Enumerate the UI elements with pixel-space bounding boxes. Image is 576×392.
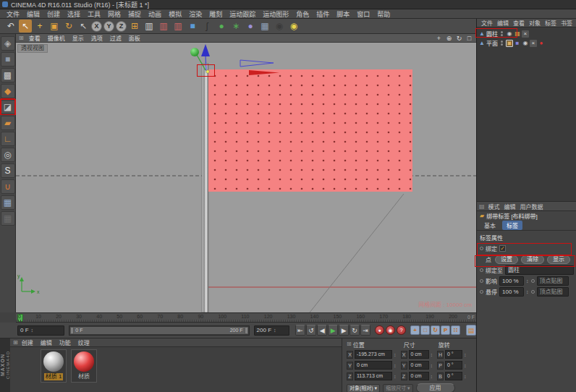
keyframe-dot[interactable] (480, 279, 483, 283)
camera-icon[interactable]: ◉ (273, 20, 286, 33)
material-menu-item[interactable]: 创建 (18, 338, 37, 346)
object-manager-menu-item[interactable]: 文件 (479, 19, 495, 27)
object-manager-menu-item[interactable]: 书签 (559, 19, 575, 27)
stepper[interactable]: ↕ (526, 278, 529, 284)
timeline-ruler[interactable]: 0102030405060708090100110120130140150160… (16, 312, 476, 323)
undo-icon[interactable]: ↶ (4, 20, 17, 33)
size-field[interactable]: 0 cm (409, 361, 429, 370)
keyframe-dot[interactable] (531, 290, 535, 294)
range-start-handle[interactable] (70, 327, 74, 334)
keyframe-dot[interactable] (480, 290, 483, 294)
render-view-icon[interactable]: ▥ (143, 20, 156, 33)
viewport-menu-item[interactable]: 显示 (69, 34, 88, 42)
selected-vertex[interactable] (206, 70, 210, 74)
polygon-mode-icon[interactable]: ▰ (1, 116, 15, 130)
rotation-field[interactable]: 0 ° (445, 361, 462, 370)
flag-pole[interactable] (202, 64, 208, 312)
timeline-window-icon[interactable]: ▤ (466, 325, 476, 336)
loop-button[interactable]: ↻ (350, 325, 360, 336)
material-tag[interactable]: ● (538, 40, 545, 47)
scale-icon[interactable]: ▣ (48, 20, 61, 33)
material-item[interactable]: 材质 (71, 349, 97, 383)
light-icon[interactable]: ◉ (287, 20, 300, 33)
bind-checkbox[interactable]: ✓ (499, 245, 506, 252)
viewport-canvas[interactable]: y x 透视视图 网格间距 : 10000 cm (16, 43, 476, 312)
object-manager-menu-item[interactable]: 编辑 (495, 19, 511, 27)
menu-item[interactable]: 运动图形 (259, 9, 292, 19)
menu-item[interactable]: 渲染 (185, 9, 206, 19)
keyframe-dot[interactable] (480, 247, 483, 250)
viewport-menu-item[interactable]: 面板 (125, 34, 144, 42)
range-end-handle[interactable] (245, 327, 248, 334)
set-button[interactable]: 设置 (495, 255, 518, 264)
keyframe-dot[interactable] (480, 268, 483, 272)
menu-item[interactable]: 插件 (313, 9, 333, 19)
key-position-toggle[interactable]: + (410, 325, 420, 335)
material-menu-icon[interactable]: ⊞ (13, 339, 18, 346)
uvw-tag[interactable]: × (522, 30, 529, 38)
material-menu-item[interactable]: 功能 (56, 338, 75, 346)
point-mode-icon[interactable]: ◆ (1, 84, 15, 98)
position-field[interactable]: 0 cm (355, 361, 392, 370)
record-keyframe-button[interactable]: ● (375, 325, 384, 335)
keyframe-dot[interactable] (531, 279, 535, 283)
render-picture-viewer-icon[interactable]: ▥ (157, 20, 170, 33)
previous-frame-button[interactable]: ◀ (317, 325, 327, 336)
model-mode-icon[interactable]: ■ (1, 52, 15, 67)
viewport-solo-icon[interactable]: ◎ (1, 148, 15, 162)
go-to-start-button[interactable]: ⇤ (295, 325, 305, 336)
deformer-icon[interactable]: ∗ (229, 20, 242, 33)
object-manager-menu-item[interactable]: 对象 (527, 19, 543, 27)
sculpt-mode-icon[interactable]: S (1, 163, 15, 178)
object-row-plane[interactable]: ▲ 平面 ▣■◉×● (477, 38, 576, 48)
tab-tag[interactable]: 标签 (502, 221, 522, 230)
visibility-dots[interactable] (501, 41, 503, 46)
live-selection-icon[interactable]: ↖ (19, 20, 32, 33)
menu-item[interactable]: 工具 (84, 9, 104, 19)
add-primitive-icon[interactable]: ■ (186, 20, 199, 33)
keyframe-selection-button[interactable]: ? (397, 325, 406, 335)
apply-button[interactable]: 应用 (416, 383, 455, 392)
viewport-menu-icon[interactable]: ⊞ (19, 35, 24, 41)
gizmo-scale-handle[interactable] (190, 48, 199, 56)
pan-view-icon[interactable]: + (435, 35, 443, 42)
workplane-icon[interactable]: ▦ (1, 195, 15, 210)
uvw-tag[interactable]: × (530, 40, 537, 47)
menu-item[interactable]: 文件 (3, 9, 23, 19)
hover-vertex-map-field[interactable]: 顶点贴图 (537, 287, 569, 297)
belt-tag[interactable]: ▣ (506, 40, 513, 47)
hover-field[interactable]: 100 % (499, 287, 524, 297)
viewport-menu-item[interactable]: 选项 (88, 34, 106, 42)
menu-item[interactable]: 模拟 (165, 9, 185, 19)
menu-item[interactable]: 窗口 (353, 9, 373, 19)
texture-mode-icon[interactable]: ▩ (1, 68, 15, 82)
material-item[interactable]: 材质 1 (41, 349, 67, 383)
size-field[interactable]: 0 cm (409, 372, 429, 380)
subdivision-surface-icon[interactable]: ● (215, 20, 228, 33)
size-mode-dropdown[interactable]: 缩放尺寸 ▾ (383, 384, 412, 392)
frame-range-slider[interactable]: 0 F 200 F (69, 325, 249, 336)
flag-cloth[interactable] (208, 69, 412, 192)
snap-icon[interactable]: ∪ (1, 179, 15, 194)
lock-workplane-icon[interactable]: ▦ (1, 211, 15, 226)
viewport-menu-item[interactable]: 查看 (25, 34, 44, 42)
menu-item[interactable]: 运动跟踪 (226, 9, 259, 19)
object-manager-menu-item[interactable]: 查看 (511, 19, 527, 27)
floor-icon[interactable]: ▦ (258, 20, 271, 33)
size-field[interactable]: 0 cm (409, 350, 429, 359)
menu-item[interactable]: 脚本 (333, 9, 353, 19)
clear-button[interactable]: 清除 (521, 255, 544, 264)
play-button[interactable]: ▶ (328, 325, 338, 336)
end-frame-field[interactable]: 200 F↕ (254, 325, 290, 336)
influence-field[interactable]: 100 % (499, 276, 524, 286)
influence-vertex-map-field[interactable]: 顶点贴图 (537, 276, 569, 286)
menu-item[interactable]: 帮助 (373, 9, 394, 19)
belt-to-field[interactable]: 圆柱 (505, 265, 574, 275)
menu-item[interactable]: 创建 (43, 9, 64, 19)
gizmo-z-arrow[interactable] (240, 60, 274, 67)
menu-item[interactable]: 动画 (145, 9, 165, 19)
attribute-header-item[interactable]: 编辑 (502, 203, 518, 210)
menu-item[interactable]: 网格 (104, 9, 124, 19)
visibility-dots[interactable] (501, 31, 503, 36)
render-settings-icon[interactable]: ▥ (171, 20, 185, 33)
